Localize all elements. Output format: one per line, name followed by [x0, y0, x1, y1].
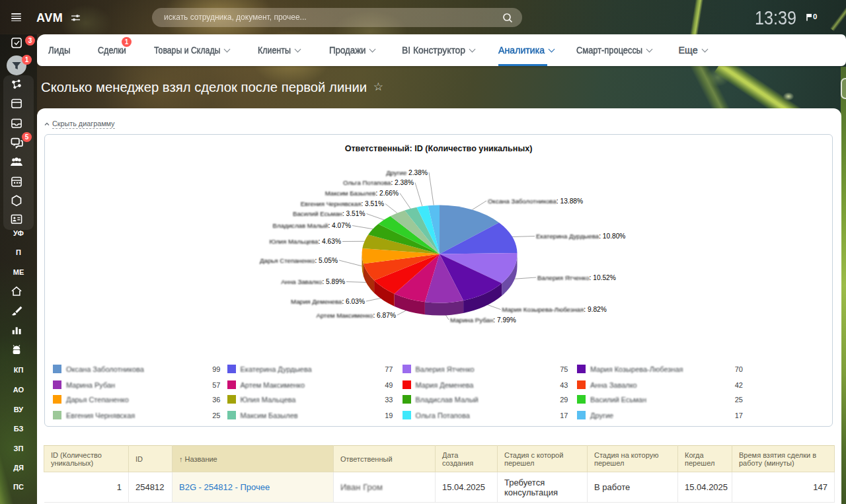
svg-text:Валерия Ятченко: 10.52%: Валерия Ятченко: 10.52%: [537, 274, 616, 281]
svg-text:Марина Рубан: 7.99%: Марина Рубан: 7.99%: [450, 316, 516, 324]
svg-text:Мария Деменева: 6.03%: Мария Деменева: 6.03%: [291, 298, 365, 305]
svg-text:Юлия Мальцева: 4.63%: Юлия Мальцева: 4.63%: [270, 238, 341, 245]
svg-text:Максим Базылев: 2.66%: Максим Базылев: 2.66%: [325, 190, 399, 197]
svg-text:Евгения Чернявская: 3.51%: Евгения Чернявская: 3.51%: [301, 200, 384, 207]
svg-text:Василий Есьман: 3.51%: Василий Есьман: 3.51%: [293, 210, 365, 217]
svg-text:Мария Козырева-Любезная: 9.82%: Мария Козырева-Любезная: 9.82%: [502, 306, 607, 313]
svg-text:Анна Завалко: 5.89%: Анна Завалко: 5.89%: [281, 278, 345, 285]
svg-text:Другие 2.38%: Другие 2.38%: [386, 169, 428, 176]
svg-text:Ольга Потапова: 2.38%: Ольга Потапова: 2.38%: [343, 179, 414, 186]
svg-text:Артем Максименко: 6.87%: Артем Максименко: 6.87%: [316, 312, 396, 319]
svg-text:Владислав Малый: 4.07%: Владислав Малый: 4.07%: [273, 222, 351, 229]
svg-text:Екатерина Дурдыева: 10.80%: Екатерина Дурдыева: 10.80%: [536, 233, 625, 240]
svg-text:Оксана Заболотникова: 13.88%: Оксана Заболотникова: 13.88%: [488, 198, 583, 205]
svg-text:Дарья Степаненко: 5.05%: Дарья Степаненко: 5.05%: [260, 257, 338, 264]
